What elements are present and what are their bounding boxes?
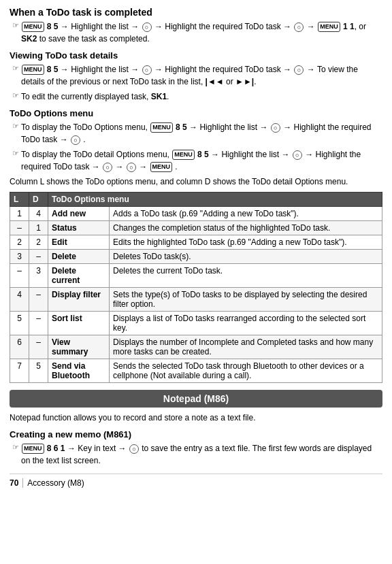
menu-badge-4: MENU: [150, 122, 173, 133]
table-cell-d: 1: [29, 221, 48, 235]
table-cell-menu: Display filter: [48, 288, 110, 312]
menu-badge-3: MENU: [22, 65, 44, 75]
circle-nav-10: ○: [129, 444, 139, 454]
table-cell-desc: Changes the completion status of the hig…: [110, 221, 382, 235]
menu-badge-7: MENU: [22, 444, 44, 454]
table-cell-l: 4: [10, 288, 29, 312]
table-cell-desc: Deletes the current ToDo task.: [110, 264, 382, 288]
table-cell-l: 1: [10, 207, 29, 221]
bullet-icon-2: ☞: [12, 64, 19, 73]
table-cell-menu: Delete: [48, 250, 110, 264]
table-cell-desc: Deletes ToDo task(s).: [110, 250, 382, 264]
bullet-icon-3: ☞: [12, 91, 19, 100]
bullet-icon-4: ☞: [12, 122, 19, 131]
table-cell-menu: Add new: [48, 207, 110, 221]
circle-nav-7: ○: [293, 150, 302, 160]
table-cell-desc: Edits the highlighted ToDo task (p.69 "A…: [110, 235, 382, 250]
table-cell-d: 2: [29, 235, 48, 250]
bullet-text-options-2: To display the ToDo detail Options menu,…: [21, 148, 382, 173]
table-cell-desc: Displays the number of Incomplete and Co…: [110, 335, 382, 359]
circle-nav-9: ○: [127, 163, 136, 172]
table-cell-d: –: [29, 335, 48, 359]
footer-page-number: 70: [10, 478, 23, 488]
table-cell-l: 3: [10, 250, 29, 264]
table-cell-l: 2: [10, 235, 29, 250]
table-header-l: L: [10, 193, 29, 207]
table-row: 3–DeleteDeletes ToDo task(s).: [10, 250, 382, 264]
bullet-creating-1: ☞ MENU 8 6 1 → Key in text → ○ to save t…: [10, 442, 382, 467]
table-row: –3Delete currentDeletes the current ToDo…: [10, 264, 382, 288]
bullet-text-viewing-1: MENU 8 5 → Highlight the list → ○ → High…: [21, 63, 382, 88]
table-cell-d: –: [29, 250, 48, 264]
menu-badge-5: MENU: [172, 150, 195, 160]
menu-badge-1: MENU: [22, 22, 44, 32]
circle-nav-2: ○: [294, 22, 304, 32]
table-cell-desc: Sends the selected ToDo task through Blu…: [110, 359, 382, 383]
table-cell-l: 5: [10, 312, 29, 335]
table-row: 14Add newAdds a ToDo task (p.69 "Adding …: [10, 207, 382, 221]
circle-nav-3: ○: [142, 65, 152, 75]
menu-badge-2: MENU: [318, 22, 340, 32]
section-title-options: ToDo Options menu: [10, 108, 382, 118]
notepad-intro: Notepad function allows you to record an…: [10, 412, 382, 424]
table-row: 75Send via BluetoothSends the selected T…: [10, 359, 382, 383]
bullet-icon-1: ☞: [12, 21, 19, 30]
bullet-icon-5: ☞: [12, 149, 19, 158]
table-cell-desc: Adds a ToDo task (p.69 "Adding a new ToD…: [110, 207, 382, 221]
bullet-text-options-1: To display the ToDo Options menu, MENU 8…: [21, 121, 382, 146]
table-cell-menu: Sort list: [48, 312, 110, 335]
bullet-options-2: ☞ To display the ToDo detail Options men…: [10, 148, 382, 173]
bullet-icon-6: ☞: [12, 443, 19, 452]
table-cell-menu: Send via Bluetooth: [48, 359, 110, 383]
table-cell-menu: Edit: [48, 235, 110, 250]
menu-badge-6: MENU: [150, 162, 173, 172]
page-footer: 70 Accessory (M8): [10, 474, 382, 488]
todo-options-table: L D ToDo Options menu 14Add newAdds a To…: [10, 192, 382, 383]
table-row: 22EditEdits the highlighted ToDo task (p…: [10, 235, 382, 250]
table-cell-menu: Delete current: [48, 264, 110, 288]
table-cell-l: 7: [10, 359, 29, 383]
table-row: 6–View summaryDisplays the number of Inc…: [10, 335, 382, 359]
bullet-viewing-1: ☞ MENU 8 5 → Highlight the list → ○ → Hi…: [10, 63, 382, 88]
table-row: 4–Display filterSets the type(s) of ToDo…: [10, 288, 382, 312]
table-cell-d: –: [29, 312, 48, 335]
table-row: –1StatusChanges the completion status of…: [10, 221, 382, 235]
section-title-creating: Creating a new memo (M861): [10, 429, 382, 439]
footer-label: Accessory (M8): [27, 478, 84, 488]
table-cell-d: 4: [29, 207, 48, 221]
section-title-viewing: Viewing ToDo task details: [10, 50, 382, 61]
bullet-text-creating-1: MENU 8 6 1 → Key in text → ○ to save the…: [21, 442, 382, 467]
bullet-viewing-2: ☞ To edit the currently displayed task, …: [10, 90, 382, 103]
circle-nav-4: ○: [294, 65, 304, 75]
bullet-text-completed-1: MENU 8 5 → Highlight the list → ○ → High…: [21, 20, 382, 45]
bullet-completed-1: ☞ MENU 8 5 → Highlight the list → ○ → Hi…: [10, 20, 382, 45]
table-cell-l: 6: [10, 335, 29, 359]
bullet-options-1: ☞ To display the ToDo Options menu, MENU…: [10, 121, 382, 146]
table-cell-menu: View summary: [48, 335, 110, 359]
table-cell-d: 5: [29, 359, 48, 383]
column-desc: Column L shows the ToDo options menu, an…: [10, 176, 382, 188]
table-cell-desc: Sets the type(s) of ToDo tasks to be dis…: [110, 288, 382, 312]
section-title-completed: When a ToDo task is completed: [10, 7, 382, 18]
table-cell-menu: Status: [48, 221, 110, 235]
table-cell-d: 3: [29, 264, 48, 288]
circle-nav-5: ○: [271, 123, 280, 133]
table-cell-l: –: [10, 264, 29, 288]
table-cell-desc: Displays a list of ToDo tasks rearranged…: [110, 312, 382, 335]
table-header-menu: ToDo Options menu: [48, 193, 382, 207]
table-cell-l: –: [10, 221, 29, 235]
notepad-banner: Notepad (M86): [10, 390, 382, 408]
bullet-text-viewing-2: To edit the currently displayed task, SK…: [21, 90, 382, 103]
circle-nav-6: ○: [71, 135, 80, 145]
table-row: 5–Sort listDisplays a list of ToDo tasks…: [10, 312, 382, 335]
circle-nav-8: ○: [103, 163, 112, 172]
table-cell-d: –: [29, 288, 48, 312]
table-header-d: D: [29, 193, 48, 207]
circle-nav-1: ○: [142, 22, 152, 32]
